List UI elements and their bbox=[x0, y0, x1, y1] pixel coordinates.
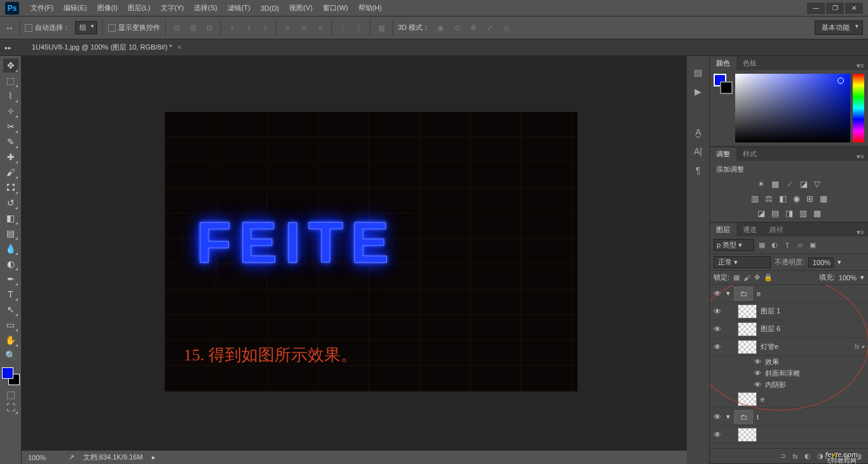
hue-slider[interactable] bbox=[853, 74, 864, 142]
lock-pixels-icon[interactable]: ▦ bbox=[733, 273, 740, 282]
menu-help[interactable]: 帮助(H) bbox=[353, 3, 387, 13]
zoom-level[interactable]: 100% bbox=[28, 454, 60, 461]
tab-layers[interactable]: 图层 bbox=[710, 223, 736, 236]
color-field[interactable] bbox=[735, 74, 850, 142]
threshold-icon[interactable]: ◨ bbox=[785, 208, 793, 218]
visibility-icon[interactable]: 👁 bbox=[714, 307, 722, 316]
selective-icon[interactable]: ▦ bbox=[813, 208, 821, 218]
dodge-tool[interactable]: ◐ bbox=[3, 257, 18, 271]
color-swatch[interactable] bbox=[714, 74, 733, 142]
arrange-icon[interactable]: ▦ bbox=[376, 22, 387, 34]
panel-menu-icon[interactable]: ▾≡ bbox=[853, 228, 868, 236]
distribute-icon[interactable]: ≡ bbox=[298, 22, 309, 34]
levels-icon[interactable]: ▦ bbox=[771, 179, 779, 189]
visibility-icon[interactable]: 👁 bbox=[714, 325, 722, 334]
distribute-icon[interactable]: ⫴ bbox=[259, 22, 271, 34]
collapse-icon[interactable]: ▸▸ bbox=[5, 44, 11, 51]
menu-file[interactable]: 文件(F) bbox=[25, 3, 58, 13]
panel-menu-icon[interactable]: ▾≡ bbox=[853, 62, 868, 70]
paragraph-styles-icon[interactable]: ¶ bbox=[696, 165, 701, 175]
share-icon[interactable]: ↗ bbox=[69, 453, 74, 461]
close-tab-icon[interactable]: × bbox=[177, 43, 181, 51]
history-icon[interactable]: ▤ bbox=[694, 67, 702, 78]
screenmode-tool[interactable]: ⛶ bbox=[3, 400, 18, 414]
distribute-icon[interactable]: ≡ bbox=[281, 22, 293, 34]
invert-icon[interactable]: ◪ bbox=[757, 208, 765, 218]
paragraph-icon[interactable]: A| bbox=[694, 146, 702, 156]
mask-icon[interactable]: ◐ bbox=[804, 452, 811, 460]
character-icon[interactable]: A̲ bbox=[695, 127, 702, 137]
3d-icon[interactable]: ⟲ bbox=[451, 22, 463, 34]
adjustment-icon[interactable]: ◑ bbox=[817, 452, 824, 460]
link-icon[interactable]: ⊃ bbox=[780, 452, 786, 460]
document-tab[interactable]: 1U45UV8-1.jpg @ 100% (图层 10, RGB/8#) *× bbox=[25, 40, 187, 55]
tab-color[interactable]: 颜色 bbox=[710, 57, 736, 70]
shape-tool[interactable]: ▭ bbox=[3, 318, 18, 332]
gradient-tool[interactable]: ▤ bbox=[3, 226, 18, 240]
effects-header[interactable]: 👁效果 bbox=[710, 356, 868, 367]
lock-move-icon[interactable]: ✥ bbox=[754, 273, 760, 282]
canvas[interactable]: FEITE 15. 得到如图所示效果。 bbox=[165, 112, 578, 392]
huesat-icon[interactable]: ▥ bbox=[751, 194, 759, 203]
3d-icon[interactable]: ✥ bbox=[468, 22, 479, 34]
3d-icon[interactable]: ◉ bbox=[435, 22, 446, 34]
visibility-icon[interactable]: 👁 bbox=[714, 413, 722, 421]
filter-smart-icon[interactable]: ▣ bbox=[808, 241, 818, 249]
panel-menu-icon[interactable]: ▾≡ bbox=[853, 153, 868, 161]
align-icon[interactable]: ⊞ bbox=[187, 22, 199, 34]
actions-icon[interactable]: ▶ bbox=[695, 86, 702, 97]
menu-3d[interactable]: 3D(D) bbox=[255, 4, 284, 12]
3d-icon[interactable]: ◎ bbox=[501, 22, 512, 34]
layer-row[interactable]: e bbox=[710, 390, 868, 408]
path-tool[interactable]: ↖ bbox=[3, 303, 18, 317]
healing-tool[interactable]: ✚ bbox=[3, 150, 18, 164]
canvas-area[interactable]: FEITE 15. 得到如图所示效果。 bbox=[22, 56, 686, 464]
distribute-icon[interactable]: ⋮ bbox=[353, 22, 365, 34]
bw-icon[interactable]: ◧ bbox=[779, 194, 787, 203]
blend-mode-select[interactable]: 正常 ▾ bbox=[714, 256, 771, 268]
colorbal-icon[interactable]: ⚖ bbox=[765, 194, 773, 203]
crop-tool[interactable]: ✂ bbox=[3, 119, 18, 133]
filter-type-icon[interactable]: T bbox=[782, 242, 792, 249]
effect-innershadow[interactable]: 👁内阴影 bbox=[710, 379, 868, 390]
tab-adjustments[interactable]: 调整 bbox=[710, 147, 736, 161]
close-button[interactable]: ✕ bbox=[845, 3, 863, 14]
layer-row[interactable]: 👁图层 1 bbox=[710, 303, 868, 320]
3d-icon[interactable]: ⤢ bbox=[484, 22, 496, 34]
stamp-tool[interactable]: ⛚ bbox=[3, 181, 18, 194]
distribute-icon[interactable]: ⫴ bbox=[243, 22, 254, 34]
layer-group-e[interactable]: 👁▾🗀e bbox=[710, 285, 868, 303]
blur-tool[interactable]: 💧 bbox=[3, 242, 18, 256]
layer-filter-type[interactable]: ρ 类型 ▾ bbox=[714, 239, 754, 251]
menu-window[interactable]: 窗口(W) bbox=[318, 3, 353, 13]
move-tool[interactable]: ✥ bbox=[3, 58, 18, 72]
layer-row[interactable]: 👁 bbox=[710, 426, 868, 444]
quickmask-icon[interactable] bbox=[7, 392, 15, 399]
tab-swatches[interactable]: 色板 bbox=[736, 57, 763, 70]
gradmap-icon[interactable]: ▥ bbox=[799, 208, 807, 218]
minimize-button[interactable]: — bbox=[807, 3, 825, 14]
posterize-icon[interactable]: ▤ bbox=[771, 208, 779, 218]
brightness-icon[interactable]: ☀ bbox=[757, 179, 765, 189]
foreground-color[interactable] bbox=[2, 367, 13, 379]
colorlookup-icon[interactable]: ▦ bbox=[820, 194, 827, 203]
exposure-icon[interactable]: ◪ bbox=[800, 179, 808, 189]
lock-position-icon[interactable]: 🖌 bbox=[743, 274, 750, 282]
fill-input[interactable]: 100% bbox=[839, 274, 857, 282]
visibility-icon[interactable]: 👁 bbox=[714, 289, 722, 298]
fx-icon[interactable]: fx bbox=[792, 453, 798, 460]
lock-all-icon[interactable]: 🔒 bbox=[764, 273, 773, 282]
align-icon[interactable]: ⊟ bbox=[171, 22, 182, 34]
hand-tool[interactable]: ✋ bbox=[3, 333, 18, 347]
marquee-tool[interactable]: ⬚ bbox=[3, 74, 18, 88]
vibrance-icon[interactable]: ▽ bbox=[814, 179, 820, 189]
visibility-icon[interactable]: 👁 bbox=[714, 343, 722, 351]
maximize-button[interactable]: ❐ bbox=[826, 3, 844, 14]
menu-view[interactable]: 视图(V) bbox=[284, 3, 318, 13]
align-icon[interactable]: ⊟ bbox=[204, 22, 215, 34]
type-tool[interactable]: T bbox=[3, 287, 18, 301]
pen-tool[interactable]: ✒ bbox=[3, 272, 18, 286]
opacity-input[interactable]: 100% bbox=[808, 257, 834, 268]
menu-image[interactable]: 图像(I) bbox=[92, 3, 123, 13]
filter-adjust-icon[interactable]: ◐ bbox=[770, 241, 780, 249]
